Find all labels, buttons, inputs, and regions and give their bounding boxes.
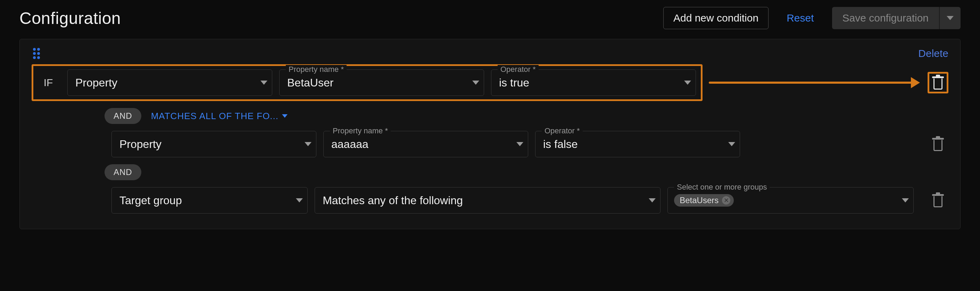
- condition-type-select[interactable]: Property: [67, 70, 272, 96]
- page-title: Configuration: [19, 9, 121, 28]
- property-name-label: Property name *: [286, 65, 347, 74]
- remove-tag-icon[interactable]: ✕: [722, 196, 730, 205]
- configuration-page: Configuration Add new condition Reset Sa…: [0, 0, 980, 243]
- save-configuration-dropdown[interactable]: [940, 7, 961, 29]
- highlighted-delete-row-target: [928, 72, 948, 94]
- group-tag-chip[interactable]: BetaUsers ✕: [674, 194, 734, 207]
- chevron-down-icon: [902, 198, 909, 202]
- target-groups-select[interactable]: Select one or more groups BetaUsers ✕: [667, 187, 914, 213]
- chevron-down-icon: [516, 142, 523, 146]
- trash-icon[interactable]: [932, 76, 944, 90]
- and-operator-chip[interactable]: AND: [105, 164, 142, 180]
- operator-label: Operator *: [542, 126, 583, 135]
- save-configuration-split-button: Save configuration: [832, 7, 961, 29]
- condition-type-select[interactable]: Target group: [111, 187, 308, 213]
- drag-handle-icon[interactable]: [32, 49, 41, 58]
- chevron-down-icon: [947, 16, 954, 20]
- reset-button[interactable]: Reset: [777, 7, 823, 29]
- condition-row-1: IF Property Property name * BetaUser Ope…: [32, 64, 948, 101]
- operator-select[interactable]: Operator * is false: [535, 131, 740, 157]
- highlight-arrow: [712, 82, 921, 84]
- trash-icon[interactable]: [932, 137, 944, 151]
- if-label: IF: [36, 77, 60, 89]
- chevron-down-icon: [472, 81, 479, 85]
- chevron-down-icon: [649, 198, 655, 202]
- delete-group-link[interactable]: Delete: [918, 48, 948, 59]
- condition-group-top: Delete: [32, 48, 948, 59]
- property-name-select[interactable]: Property name * aaaaaa: [323, 131, 528, 157]
- chevron-down-icon: [728, 142, 735, 146]
- save-configuration-button[interactable]: Save configuration: [832, 7, 940, 29]
- matches-scope-dropdown[interactable]: MATCHES ALL OF THE FO...: [151, 111, 288, 122]
- chevron-down-icon: [261, 81, 267, 85]
- chevron-down-icon: [684, 81, 691, 85]
- match-scope-select[interactable]: Matches any of the following: [315, 187, 660, 213]
- trash-icon[interactable]: [932, 193, 944, 207]
- and-operator-chip[interactable]: AND: [105, 108, 142, 124]
- condition-row-2: Property Property name * aaaaaa Operator…: [32, 131, 948, 157]
- logic-row-2: AND: [105, 164, 948, 180]
- logic-row-1: AND MATCHES ALL OF THE FO...: [105, 108, 948, 124]
- property-name-select[interactable]: Property name * BetaUser: [279, 70, 484, 96]
- property-name-label: Property name *: [330, 126, 391, 135]
- chevron-down-icon: [296, 198, 303, 202]
- highlighted-condition: IF Property Property name * BetaUser Ope…: [32, 64, 703, 101]
- operator-label: Operator *: [498, 65, 539, 74]
- condition-group-panel: Delete IF Property Property name * BetaU…: [19, 39, 961, 229]
- add-new-condition-button[interactable]: Add new condition: [663, 7, 768, 29]
- select-groups-label: Select one or more groups: [674, 183, 770, 192]
- condition-type-select[interactable]: Property: [111, 131, 317, 157]
- condition-row-3: Target group Matches any of the followin…: [32, 187, 948, 213]
- chevron-down-icon: [282, 114, 288, 118]
- chevron-down-icon: [305, 142, 312, 146]
- operator-select[interactable]: Operator * is true: [491, 70, 696, 96]
- page-header: Configuration Add new condition Reset Sa…: [19, 7, 961, 29]
